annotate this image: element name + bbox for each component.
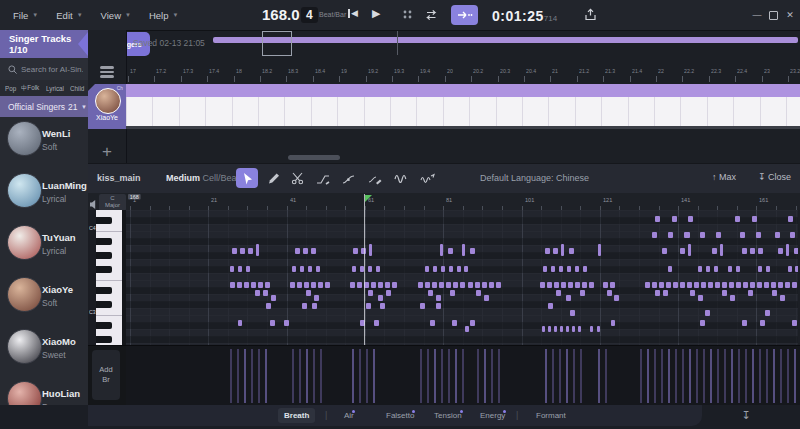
breath-event[interactable] — [752, 349, 754, 403]
midi-note[interactable] — [607, 290, 612, 296]
midi-note[interactable] — [428, 290, 433, 296]
breath-event[interactable] — [313, 349, 315, 403]
pitch-line-tool-button[interactable] — [312, 168, 334, 188]
midi-note[interactable] — [462, 244, 465, 256]
export-button[interactable] — [583, 8, 598, 22]
midi-note[interactable] — [316, 266, 320, 272]
breath-event[interactable] — [373, 349, 375, 403]
breath-event[interactable] — [787, 349, 789, 403]
midi-note[interactable] — [780, 295, 785, 301]
breath-event[interactable] — [661, 349, 663, 403]
breath-event[interactable] — [738, 349, 740, 403]
pencil-tool-button[interactable] — [262, 168, 284, 188]
skip-to-start-button[interactable]: ◀ — [348, 8, 358, 18]
midi-note[interactable] — [230, 282, 235, 288]
midi-note[interactable] — [771, 282, 776, 288]
midi-note[interactable] — [311, 248, 316, 254]
midi-note[interactable] — [238, 266, 242, 272]
close-window-button[interactable]: ✕ — [783, 8, 797, 22]
midi-note[interactable] — [475, 282, 480, 288]
midi-note[interactable] — [720, 244, 723, 256]
auto-scroll-button[interactable] — [451, 5, 478, 25]
midi-note[interactable] — [659, 282, 664, 288]
breath-event[interactable] — [434, 349, 436, 403]
midi-note[interactable] — [668, 266, 672, 272]
midi-note[interactable] — [248, 248, 253, 254]
midi-note[interactable] — [449, 266, 453, 272]
midi-note[interactable] — [318, 282, 323, 288]
breath-event[interactable] — [573, 349, 575, 403]
midi-note[interactable] — [418, 282, 423, 288]
breath-event[interactable] — [682, 349, 684, 403]
midi-note[interactable] — [369, 244, 372, 256]
midi-note[interactable] — [450, 290, 455, 296]
midi-note[interactable] — [578, 326, 581, 332]
midi-note[interactable] — [284, 320, 289, 326]
midi-note[interactable] — [425, 266, 429, 272]
midi-note[interactable] — [357, 282, 362, 288]
midi-note[interactable] — [652, 232, 657, 238]
midi-note[interactable] — [662, 248, 667, 254]
midi-note[interactable] — [542, 326, 545, 332]
breath-event[interactable] — [448, 349, 450, 403]
midi-note[interactable] — [366, 303, 371, 309]
midi-note[interactable] — [308, 266, 312, 272]
add-breath-button[interactable]: Add Br — [92, 350, 120, 400]
midi-note[interactable] — [684, 232, 690, 238]
midi-note[interactable] — [655, 216, 660, 222]
close-panel-button[interactable]: ↧ Close — [758, 172, 791, 182]
midi-note[interactable] — [673, 282, 678, 288]
midi-note[interactable] — [566, 326, 569, 332]
midi-note[interactable] — [597, 326, 600, 332]
midi-note[interactable] — [453, 282, 458, 288]
midi-note[interactable] — [716, 232, 721, 238]
breath-event[interactable] — [265, 349, 267, 403]
midi-note[interactable] — [652, 282, 657, 288]
breath-event[interactable] — [441, 349, 443, 403]
midi-note[interactable] — [560, 326, 563, 332]
breath-event[interactable] — [580, 349, 582, 403]
midi-note[interactable] — [470, 248, 475, 254]
midi-note[interactable] — [570, 310, 575, 316]
midi-note[interactable] — [566, 295, 571, 301]
tempo-display[interactable]: 168.0 — [262, 6, 300, 23]
midi-note[interactable] — [778, 282, 783, 288]
midi-note[interactable] — [575, 266, 579, 272]
midi-note[interactable] — [708, 282, 713, 288]
breath-event[interactable] — [710, 349, 712, 403]
black-key[interactable] — [96, 301, 112, 308]
midi-note[interactable] — [742, 320, 747, 326]
midi-note[interactable] — [436, 303, 441, 309]
midi-note[interactable] — [300, 266, 304, 272]
midi-note[interactable] — [611, 320, 615, 326]
midi-note[interactable] — [314, 295, 319, 301]
breath-event[interactable] — [605, 349, 607, 403]
midi-note[interactable] — [425, 282, 430, 288]
midi-note[interactable] — [666, 282, 671, 288]
singer-list-item[interactable]: XiaoYeSoft — [0, 274, 88, 326]
black-key[interactable] — [96, 252, 112, 259]
breath-event[interactable] — [251, 349, 253, 403]
midi-note[interactable] — [794, 248, 798, 254]
midi-note[interactable] — [380, 303, 385, 309]
black-key[interactable] — [96, 217, 112, 224]
midi-note[interactable] — [255, 290, 260, 296]
pitch-anchor-tool-button[interactable] — [338, 168, 360, 188]
midi-note[interactable] — [251, 282, 256, 288]
piano-roll-ruler[interactable]: 121416181101121141161 — [126, 193, 800, 210]
breath-event[interactable] — [366, 349, 368, 403]
breath-event[interactable] — [794, 349, 796, 403]
midi-note[interactable] — [460, 282, 465, 288]
breath-event[interactable] — [427, 349, 429, 403]
midi-note[interactable] — [237, 282, 242, 288]
breath-event[interactable] — [455, 349, 457, 403]
midi-note[interactable] — [742, 248, 747, 254]
breath-event[interactable] — [462, 349, 464, 403]
breath-event[interactable] — [491, 349, 493, 403]
midi-note[interactable] — [266, 303, 271, 309]
menu-edit[interactable]: Edit▼ — [47, 0, 91, 30]
arrange-ruler[interactable]: 1717.217.317.41818.218.318.41919.219.319… — [126, 62, 800, 85]
breath-event[interactable] — [292, 349, 294, 403]
pitch-draw-tool-button[interactable] — [364, 168, 386, 188]
midi-note[interactable] — [232, 248, 237, 254]
